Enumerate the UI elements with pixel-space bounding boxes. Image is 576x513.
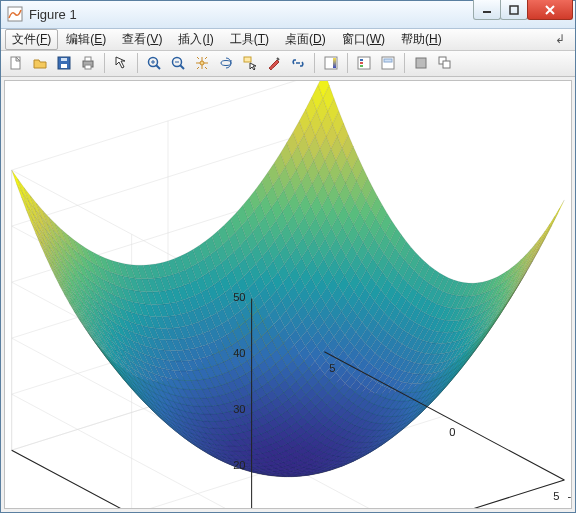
toolbar-separator <box>104 53 105 73</box>
svg-rect-28 <box>416 58 426 68</box>
pan-button[interactable] <box>191 52 213 74</box>
toolbar <box>1 51 575 77</box>
svg-rect-2 <box>510 6 518 14</box>
svg-text:30: 30 <box>233 403 245 415</box>
toolbar-separator <box>404 53 405 73</box>
svg-text:20: 20 <box>233 459 245 471</box>
save-button[interactable] <box>53 52 75 74</box>
maximize-button[interactable] <box>500 0 528 20</box>
menu-f[interactable]: 文件(F) <box>5 29 58 50</box>
data-cursor-button[interactable] <box>239 52 261 74</box>
svg-rect-6 <box>61 58 67 61</box>
toolbar-separator <box>347 53 348 73</box>
zoom-out-button[interactable] <box>167 52 189 74</box>
title-bar[interactable]: Figure 1 <box>1 1 575 29</box>
new-figure-button[interactable] <box>5 52 27 74</box>
svg-marker-1169 <box>539 223 550 243</box>
menu-bar: 文件(F)编辑(E)查看(V)插入(I)工具(T)桌面(D)窗口(W)帮助(H)… <box>1 29 575 51</box>
matlab-figure-icon <box>7 6 23 22</box>
svg-text:40: 40 <box>233 347 245 359</box>
svg-line-50 <box>252 480 565 508</box>
hide-plot-tools-button[interactable] <box>410 52 432 74</box>
svg-text:5: 5 <box>329 361 335 373</box>
open-button[interactable] <box>29 52 51 74</box>
menu-v[interactable]: 查看(V) <box>114 29 170 50</box>
svg-rect-22 <box>358 57 370 69</box>
svg-rect-9 <box>85 65 91 69</box>
svg-text:5: 5 <box>553 490 559 502</box>
svg-rect-21 <box>333 58 336 68</box>
menu-t[interactable]: 工具(T) <box>222 29 277 50</box>
svg-rect-19 <box>244 57 251 62</box>
toolbar-separator <box>314 53 315 73</box>
menu-i[interactable]: 插入(I) <box>170 29 221 50</box>
svg-text:0: 0 <box>449 426 455 438</box>
window-controls <box>474 0 573 20</box>
insert-colorbar-button[interactable] <box>320 52 342 74</box>
window-title: Figure 1 <box>29 7 474 22</box>
surface-plot: 01020304050-505-505 <box>5 81 571 509</box>
svg-marker-1119 <box>544 216 555 236</box>
menu-e[interactable]: 编辑(E) <box>58 29 114 50</box>
svg-line-2555 <box>252 480 565 508</box>
svg-marker-1590 <box>12 170 23 193</box>
menu-d[interactable]: 桌面(D) <box>277 29 334 50</box>
svg-line-11 <box>156 65 160 69</box>
show-plot-tools-button[interactable] <box>434 52 456 74</box>
svg-line-15 <box>180 65 184 69</box>
close-button[interactable] <box>527 0 573 20</box>
svg-rect-8 <box>85 57 91 61</box>
toolbar-separator <box>137 53 138 73</box>
link-button[interactable] <box>287 52 309 74</box>
figure-window: Figure 1 文件(F)编辑(E)查看(V)插入(I)工具(T)桌面(D)窗… <box>0 0 576 513</box>
insert-text-button[interactable] <box>377 52 399 74</box>
insert-legend-button[interactable] <box>353 52 375 74</box>
minimize-button[interactable] <box>473 0 501 20</box>
svg-rect-30 <box>443 61 450 68</box>
svg-rect-5 <box>61 64 67 68</box>
svg-rect-27 <box>384 59 392 62</box>
edit-plot-button[interactable] <box>110 52 132 74</box>
print-button[interactable] <box>77 52 99 74</box>
menu-w[interactable]: 窗口(W) <box>334 29 393 50</box>
svg-point-18 <box>221 61 231 66</box>
axes-3d[interactable]: 01020304050-505-505 <box>4 80 572 510</box>
menu-h[interactable]: 帮助(H) <box>393 29 450 50</box>
svg-point-17 <box>200 61 204 65</box>
menu-overflow-icon[interactable]: ↲ <box>549 32 571 46</box>
rotate-3d-button[interactable] <box>215 52 237 74</box>
svg-text:50: 50 <box>233 291 245 303</box>
svg-text:-5: -5 <box>567 490 571 502</box>
zoom-in-button[interactable] <box>143 52 165 74</box>
brush-button[interactable] <box>263 52 285 74</box>
